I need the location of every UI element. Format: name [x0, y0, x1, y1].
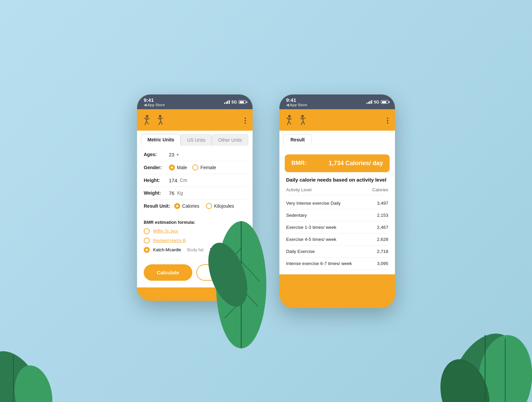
signal-icon-right — [367, 100, 372, 104]
svg-line-37 — [303, 118, 305, 119]
gender-female-radio[interactable] — [192, 164, 198, 171]
tab-other-units[interactable]: Other Units — [212, 134, 248, 146]
battery-icon-right — [381, 100, 388, 104]
time-right: 9:41 — [286, 97, 307, 103]
formula3-radio[interactable] — [144, 247, 150, 253]
activity-level-3: Exercise 4-5 times/ week — [286, 237, 336, 242]
activity-row-5: Intense exercise 6-7 times/ week 3,095 — [286, 258, 388, 270]
tab-metric-units[interactable]: Metric Units — [141, 134, 181, 146]
activity-row-4: Daily Exercise 2,718 — [286, 246, 388, 258]
runner1-right-icon — [286, 115, 297, 127]
status-bar-left: 9:41 ◀ App Store 5G — [137, 94, 253, 109]
calculate-button[interactable]: Calculate — [144, 264, 192, 281]
ages-label: Ages: — [144, 152, 169, 157]
network-left: 5G — [231, 100, 237, 105]
calories-radio[interactable] — [174, 203, 180, 209]
gender-male-radio[interactable] — [169, 164, 175, 171]
gender-female-option[interactable]: Female — [192, 164, 216, 171]
phone-header-right — [279, 109, 395, 131]
phone-content-right: Result BMR: 1,734 Calories/ day Daily ca… — [279, 131, 395, 274]
svg-line-26 — [159, 121, 161, 125]
body-fat-label: Body fat: — [187, 247, 204, 252]
height-unit: Cm — [180, 178, 187, 183]
runner2-right-icon — [298, 115, 309, 127]
activity-row-2: Exercise 1-3 times/ week 2,467 — [286, 221, 388, 233]
svg-line-21 — [146, 121, 148, 124]
result-tab-bar: Result — [279, 131, 395, 146]
network-right: 5G — [374, 100, 379, 105]
height-row: Height: 174 Cm — [144, 174, 246, 187]
table-header: Activity Level Calories — [286, 187, 388, 195]
more-menu-left[interactable] — [245, 118, 246, 124]
ages-value[interactable]: 23 — [169, 152, 175, 157]
height-label: Height: — [144, 178, 169, 183]
formula1-label[interactable]: Miffin St Jeor — [153, 228, 179, 233]
app-logo-left — [144, 115, 167, 127]
bmr-banner: BMR: 1,734 Calories/ day — [285, 154, 390, 172]
tab-bar-left: Metric Units US Units Other Units — [137, 131, 253, 146]
form-section: Ages: 23 ▾ Gender: Male Female — [137, 146, 253, 218]
activity-cal-5: 3,095 — [377, 261, 388, 266]
activity-title: Daily calorie needs based on activity le… — [286, 177, 388, 183]
activity-cal-1: 2,153 — [377, 213, 388, 218]
activity-cal-2: 2,467 — [377, 225, 388, 230]
bmr-label: BMR: — [291, 160, 306, 166]
formula3-label: Katch-Mcardle — [153, 247, 181, 252]
phone-header-left — [137, 109, 253, 131]
activity-row-3: Exercise 4-5 times/ week 2,628 — [286, 233, 388, 246]
activity-cal-3: 2,628 — [377, 237, 388, 242]
tab-us-units[interactable]: US Units — [181, 134, 212, 146]
battery-icon-left — [239, 100, 246, 104]
bmr-value: 1,734 Calories/ day — [329, 160, 383, 167]
activity-level-5: Intense exercise 6-7 times/ week — [286, 261, 352, 266]
leaf-left — [0, 342, 60, 402]
formula2-label[interactable]: Revised Harris B — [153, 238, 186, 243]
more-menu-right[interactable] — [387, 118, 388, 124]
phone-bottom-right — [279, 274, 395, 308]
activity-level-0: Very Intense exercise Daily — [286, 201, 341, 206]
activity-cal-0: 3,497 — [377, 201, 388, 206]
result-unit-label: Result Unit: — [144, 203, 170, 209]
runner2-icon — [156, 115, 167, 127]
gender-female-label: Female — [200, 165, 216, 170]
signal-icon — [224, 100, 230, 104]
leaf-right — [431, 318, 532, 402]
col-header-level: Activity Level — [286, 187, 312, 192]
leaf-center — [208, 208, 275, 348]
formula2-radio[interactable] — [144, 238, 150, 244]
col-header-calories: Calories — [372, 187, 388, 192]
svg-line-32 — [287, 121, 289, 125]
app-store-right: ◀ App Store — [286, 103, 307, 107]
height-value[interactable]: 174 — [169, 178, 177, 183]
formula1-radio[interactable] — [144, 228, 150, 234]
app-store-left: ◀ App Store — [144, 103, 165, 107]
activity-level-4: Daily Exercise — [286, 249, 315, 254]
status-bar-right: 9:41 ◀ App Store 5G — [279, 94, 395, 109]
activity-level-1: Sedentary — [286, 213, 307, 218]
svg-line-27 — [161, 121, 162, 124]
runner1-icon — [144, 115, 154, 127]
weight-unit: Kg — [177, 190, 183, 196]
phone-right: 9:41 ◀ App Store 5G — [279, 94, 395, 308]
svg-line-39 — [303, 121, 305, 124]
activity-section: Daily calorie needs based on activity le… — [279, 172, 395, 274]
ages-dropdown-icon[interactable]: ▾ — [177, 152, 179, 157]
calories-label: Calories — [182, 203, 199, 209]
gender-label: Gender: — [144, 165, 169, 170]
tab-result[interactable]: Result — [283, 134, 312, 146]
gender-radio-group: Male Female — [169, 164, 216, 171]
calories-option[interactable]: Calories — [174, 203, 199, 209]
ages-row: Ages: 23 ▾ — [144, 148, 246, 161]
weight-row: Weight: 76 Kg — [144, 187, 246, 200]
weight-value[interactable]: 76 — [169, 190, 175, 196]
svg-line-20 — [145, 121, 146, 125]
weight-label: Weight: — [144, 190, 169, 196]
activity-row-1: Sedentary 2,153 — [286, 209, 388, 221]
activity-row-0: Very Intense exercise Daily 3,497 — [286, 197, 388, 209]
svg-line-25 — [160, 118, 163, 119]
svg-line-33 — [289, 121, 291, 124]
activity-level-2: Exercise 1-3 times/ week — [286, 225, 336, 230]
time-left: 9:41 — [144, 97, 165, 103]
spacer-top — [279, 146, 395, 150]
gender-male-option[interactable]: Male — [169, 164, 187, 171]
